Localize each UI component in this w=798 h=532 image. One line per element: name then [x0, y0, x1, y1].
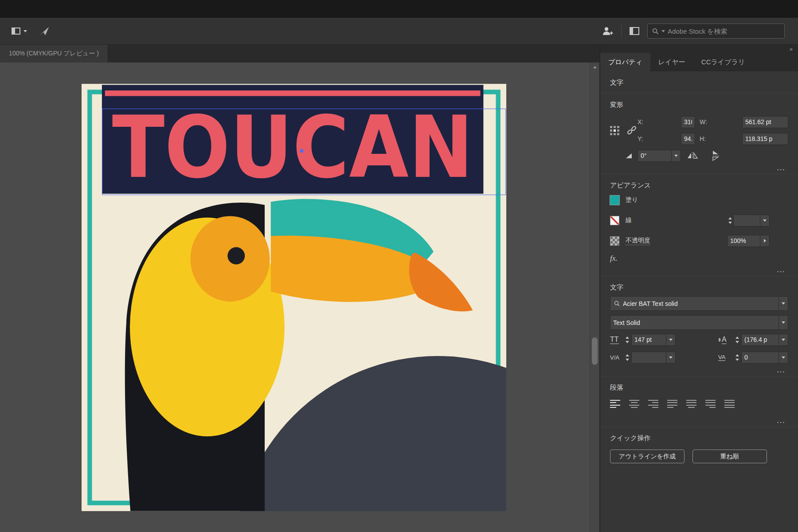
document-tab[interactable]: 100% (CMYK/GPU プレビュー ): [0, 45, 108, 63]
constrain-proportions[interactable]: [626, 125, 638, 136]
canvas[interactable]: TOUCAN: [0, 63, 590, 532]
justify-all-button[interactable]: [724, 400, 735, 408]
font-size-combo[interactable]: 147 pt: [631, 334, 676, 346]
appearance-section-title: アピアランス: [600, 174, 798, 190]
search-input[interactable]: [668, 27, 780, 35]
align-right-button[interactable]: [648, 400, 658, 408]
stroke-width-input[interactable]: [736, 217, 757, 224]
kerning-stepper[interactable]: [624, 354, 630, 361]
appearance-section: 塗り 線 不透明度 100%: [600, 190, 798, 266]
document-tab-bar: 100% (CMYK/GPU プレビュー ): [0, 45, 599, 63]
tracking-combo[interactable]: 0: [741, 352, 788, 364]
tracking-icon: VA: [718, 354, 734, 361]
selection-anchor-point: [300, 149, 303, 153]
app-toolbar: [0, 18, 798, 45]
justify-last-right-button[interactable]: [705, 400, 716, 408]
create-outlines-button[interactable]: アウトラインを作成: [610, 450, 685, 463]
opacity-link[interactable]: 不透明度: [626, 237, 650, 245]
canvas-vertical-scrollbar[interactable]: [590, 63, 599, 532]
link-icon: [626, 125, 637, 136]
leading-stepper[interactable]: [734, 336, 740, 343]
arrange-button[interactable]: 重ね順: [692, 450, 767, 463]
toucan-eye: [227, 247, 245, 264]
tab-properties[interactable]: プロパティ: [600, 53, 650, 71]
font-family-dropdown[interactable]: [778, 297, 788, 310]
paragraph-more-options[interactable]: …: [600, 417, 798, 426]
opacity-combo[interactable]: 100%: [727, 235, 770, 247]
fill-label[interactable]: 塗り: [626, 196, 638, 204]
adobe-stock-search[interactable]: [647, 23, 785, 39]
stroke-label[interactable]: 線: [626, 216, 632, 224]
tracking-dropdown[interactable]: [778, 352, 788, 363]
font-size-dropdown[interactable]: [666, 334, 675, 345]
tab-layers[interactable]: レイヤー: [650, 53, 693, 71]
justify-last-left-button[interactable]: [667, 400, 677, 408]
font-search-icon: [610, 297, 620, 310]
quick-actions-title: クイック操作: [600, 427, 798, 442]
toolbar-separator: [621, 24, 622, 38]
justify-last-center-button[interactable]: [686, 400, 696, 408]
fill-swatch[interactable]: [610, 196, 619, 205]
kerning-dropdown[interactable]: [666, 352, 675, 363]
fx-button[interactable]: fx.: [610, 251, 788, 266]
app-home-icon[interactable]: [39, 25, 50, 37]
flip-vertical-button[interactable]: [712, 150, 719, 161]
account-icon[interactable]: [602, 26, 613, 36]
properties-panel: » プロパティ レイヤー CCライブラリ 文字 変形 X: W:: [599, 45, 798, 532]
search-options-chevron-icon[interactable]: [661, 30, 665, 32]
paragraph-section: [600, 398, 798, 410]
appearance-more-options[interactable]: …: [600, 266, 798, 276]
y-field[interactable]: [681, 133, 695, 145]
font-size-stepper[interactable]: [624, 336, 630, 343]
workspace-layout-icon: [12, 27, 20, 35]
flip-horizontal-button[interactable]: [687, 152, 698, 159]
stroke-width-combo[interactable]: [733, 215, 770, 227]
w-label: W:: [695, 118, 742, 125]
tracking-stepper[interactable]: [734, 354, 740, 361]
chevron-down-icon: [23, 30, 27, 32]
opacity-detail-button[interactable]: [760, 235, 769, 246]
scroll-up-arrow[interactable]: [590, 66, 600, 68]
poster-header-stripe: [105, 90, 481, 96]
w-field[interactable]: [742, 116, 788, 128]
leading-combo[interactable]: (176.4 p: [741, 334, 788, 346]
stroke-width-stepper[interactable]: [727, 217, 733, 224]
leading-dropdown[interactable]: [778, 334, 788, 345]
font-family-combo[interactable]: Acier BAT Text solid: [610, 296, 788, 311]
scrollbar-thumb[interactable]: [592, 337, 598, 365]
kerning-icon: V/A: [610, 354, 624, 361]
kerning-combo[interactable]: [631, 352, 676, 364]
font-style-dropdown[interactable]: [778, 316, 788, 329]
font-size-icon: TT: [610, 336, 624, 344]
y-label: Y:: [638, 135, 681, 142]
h-label: H:: [695, 135, 742, 142]
font-style-combo[interactable]: Text Solid: [610, 315, 788, 330]
rotate-angle-icon: [626, 153, 632, 158]
align-left-button[interactable]: [610, 400, 620, 408]
rotate-angle-combo[interactable]: 0°: [638, 150, 681, 162]
stroke-width-dropdown[interactable]: [760, 215, 769, 226]
transform-more-options[interactable]: …: [600, 164, 798, 174]
x-field[interactable]: [681, 116, 695, 128]
workspace-switcher[interactable]: [12, 27, 27, 35]
character-section: Acier BAT Text solid Text Solid TT 147 p…: [600, 296, 798, 366]
search-icon: [652, 28, 659, 35]
leading-icon: A: [718, 336, 734, 344]
character-more-options[interactable]: …: [600, 366, 798, 376]
panel-toggle-icon[interactable]: [630, 27, 639, 35]
poster-title-text: TOUCAN: [112, 98, 473, 197]
tab-cc-libraries[interactable]: CCライブラリ: [693, 53, 753, 71]
document-tab-label: 100% (CMYK/GPU プレビュー ): [9, 50, 99, 58]
font-family-value: Acier BAT Text solid: [620, 297, 778, 310]
reference-point-locator[interactable]: [610, 126, 619, 135]
panel-overflow-icon[interactable]: »: [790, 46, 793, 52]
character-section-title: 文字: [600, 276, 798, 292]
font-style-value: Text Solid: [610, 316, 778, 329]
titlebar: [0, 0, 798, 18]
stroke-swatch-none[interactable]: [610, 216, 619, 225]
opacity-swatch[interactable]: [610, 236, 619, 246]
h-field[interactable]: [742, 133, 788, 145]
angle-dropdown[interactable]: [671, 150, 681, 161]
x-label: X:: [638, 118, 681, 125]
align-center-button[interactable]: [629, 400, 639, 408]
